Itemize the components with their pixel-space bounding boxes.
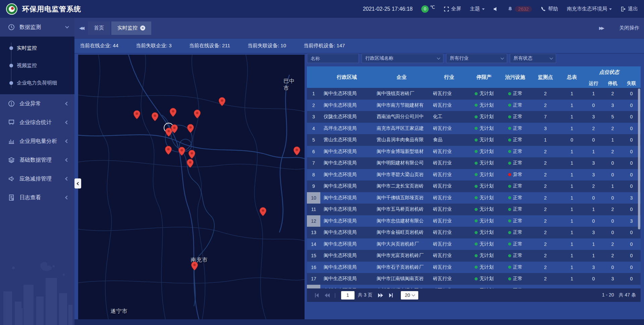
table-row[interactable]: 13阆中生态环境局阆中市金福旺页岩机砖砖瓦行业无计划正常21300 (307, 227, 641, 238)
tabs-scroll-right-icon[interactable]: ▶▶ (599, 25, 603, 31)
map-pin-icon[interactable] (186, 159, 194, 168)
last-page-button[interactable] (388, 292, 394, 298)
help-button[interactable]: 帮助 (541, 6, 558, 12)
tab-实时监控[interactable]: 实时监控✕ (111, 21, 151, 35)
cell-region: 阆中生态环境局 (320, 192, 373, 204)
tab-首页[interactable]: 首页 (88, 21, 110, 35)
cell-index: 2 (307, 100, 320, 111)
status-select[interactable]: 所有状态 (510, 54, 556, 63)
cell-points-value: 2 (544, 230, 547, 235)
green-status-dot-icon (475, 208, 478, 211)
cell-meter-value: 1 (571, 91, 573, 96)
sidebar-item-5[interactable]: 基础数据管理 (0, 151, 74, 169)
map-pin-icon[interactable] (194, 109, 201, 119)
cell-stop: 1 (603, 134, 622, 146)
cell-run: 0 (584, 100, 603, 111)
cell-facility-status-value: 正常 (513, 102, 523, 108)
industry-select[interactable]: 所有行业 (446, 54, 507, 63)
table-row[interactable]: 16阆中生态环境局阆中市石子页岩机砖厂砖瓦行业无计划正常21300 (307, 262, 641, 273)
sidebar-item-2[interactable]: 企业异常 (0, 94, 74, 113)
map-pin-icon[interactable] (151, 112, 159, 121)
map-pin-icon[interactable] (133, 110, 141, 119)
cell-index: 5 (307, 134, 320, 146)
cell-limit-status-value: 无计划 (480, 253, 494, 259)
sidebar-item-label: 企业用电量分析 (19, 138, 57, 145)
stat-item: 当前在线设备: 211 (189, 43, 230, 49)
map-pin-icon[interactable] (188, 150, 196, 159)
table-row[interactable]: 7阆中生态环境局阆中明阳建材有限公司砖瓦行业无计划正常21300 (307, 157, 641, 169)
cell-region-value: 阆中生态环境局 (324, 206, 357, 212)
map-pin-icon[interactable] (259, 207, 267, 216)
region-select[interactable]: 行政区域名称 (362, 54, 443, 63)
table-row[interactable]: 18南部生态环境局南部县雄狮水泥有限公砖瓦行业无计划正常21003 (307, 285, 641, 289)
sidebar-item-1[interactable]: 数据监测 (0, 18, 74, 37)
table-row[interactable]: 15阆中生态环境局阆中市光富页岩机砖厂砖瓦行业无计划正常21120 (307, 250, 641, 262)
sidebar-item-7[interactable]: 日志查看 (0, 188, 74, 207)
bell-icon (507, 6, 513, 12)
tab-close-icon[interactable]: ✕ (140, 25, 145, 31)
tabs-scroll-left-icon[interactable]: ◀◀ (79, 25, 83, 31)
fullscreen-icon (444, 6, 449, 12)
table-row[interactable]: 8阆中生态环境局阆中市枣碧大梁山页岩砖瓦行业无计划异常21300 (307, 169, 641, 181)
next-page-button[interactable] (378, 292, 383, 298)
cell-limit-status: 无计划 (469, 88, 499, 100)
sidebar-subitem-label: 视频监控 (17, 62, 37, 69)
sidebar-item-4[interactable]: 企业用电量分析 (0, 132, 74, 151)
map-pin-icon[interactable] (178, 147, 185, 156)
table-row[interactable]: 9阆中生态环境局阆中市二龙长宝页岩砖砖瓦行业无计划正常21210 (307, 180, 641, 192)
sidebar-subitem[interactable]: 实时监控 (0, 39, 74, 57)
prev-page-button[interactable] (324, 292, 330, 298)
table-row[interactable]: 17阆中生态环境局阆中市江南镇阆南页岩砖瓦行业无计划正常21030 (307, 273, 641, 285)
table-row[interactable]: 2阆中生态环境局阆中市南方节能建材有砖瓦行业无计划正常21030 (307, 100, 641, 111)
table-row[interactable]: 1阆中生态环境局阆中强锐页岩砖厂砖瓦行业无计划正常21120 (307, 88, 641, 100)
map-pin-icon[interactable] (293, 146, 301, 156)
sidebar-item-label: 企业综合统计 (19, 119, 52, 126)
sidebar-subitem[interactable]: 视频监控 (0, 57, 74, 74)
map-pin-icon[interactable] (218, 97, 226, 106)
table-row[interactable]: 12阆中生态环境局阆中市忠信建材有限公砖瓦行业无计划正常21003 (307, 215, 641, 227)
table-row[interactable]: 14阆中生态环境局阆中大兴页岩机砖厂砖瓦行业无计划正常21120 (307, 238, 641, 250)
page-number-input[interactable]: 1 (341, 291, 355, 300)
cell-company: 南充市高坪区王家店建 (373, 123, 430, 134)
close-operations-button[interactable]: 关闭操作 (619, 25, 639, 31)
table-row[interactable]: 3仪陇生态环境局西南油气田分公司川中化工无计划正常71350 (307, 111, 641, 123)
sidebar-subitem[interactable]: 企业电力负荷明细 (0, 74, 74, 92)
cell-facility-status: 正常 (499, 180, 531, 192)
cell-meter: 1 (560, 250, 584, 262)
first-page-button[interactable] (314, 292, 320, 298)
cell-facility-status-value: 异常 (513, 172, 523, 178)
table-row[interactable]: 11阆中生态环境局阆中市五马桥页岩机砖砖瓦行业无计划正常21120 (307, 204, 641, 215)
page-size-select[interactable]: 20 (401, 291, 418, 300)
sidebar-item-3[interactable]: 企业综合统计 (0, 113, 74, 132)
table-row[interactable]: 4高坪生态环境局南充市高坪区王家店建砖瓦行业无计划正常31220 (307, 123, 641, 134)
cell-region: 阆中生态环境局 (320, 180, 373, 192)
map[interactable]: 巴中市南充市遂宁市 (78, 55, 305, 319)
map-pin-icon[interactable] (187, 124, 194, 133)
table-row[interactable]: 10阆中生态环境局阆中千佛镇五郎垭页岩砖瓦行业无计划正常21003 (307, 192, 641, 204)
cell-index-value: 8 (312, 172, 315, 177)
notifications[interactable]: 2632 (507, 6, 532, 12)
cell-meter-value: 1 (571, 103, 573, 108)
name-filter[interactable] (307, 54, 359, 63)
cell-index: 13 (307, 227, 320, 238)
map-pin-icon[interactable] (171, 124, 178, 133)
fullscreen-button[interactable]: 全屏 (444, 6, 461, 12)
chevron-down-icon (412, 293, 415, 296)
theme-dropdown[interactable]: 主题 (470, 6, 485, 12)
mute-button[interactable] (493, 6, 499, 12)
cell-points-value: 7 (544, 114, 547, 119)
sidebar-item-6[interactable]: 应急减排管理 (0, 169, 74, 188)
cell-stop-value: 0 (611, 218, 614, 224)
logout-button[interactable]: 退出 (621, 6, 638, 12)
map-pin-icon[interactable] (165, 146, 172, 155)
name-search-input[interactable] (311, 56, 355, 61)
map-pin-icon[interactable] (191, 261, 198, 271)
sidebar-collapse-handle[interactable] (74, 178, 81, 188)
table-scrollbar[interactable] (638, 89, 640, 229)
org-dropdown[interactable]: 南充市生态环境局 (567, 6, 612, 12)
map-pin-icon[interactable] (169, 108, 177, 117)
cell-limit-status-value: 无计划 (480, 276, 494, 282)
cell-facility-status: 正常 (499, 134, 531, 146)
table-row[interactable]: 6阆中生态环境局阆中市金博瑞新型墙材砖瓦行业无计划正常21120 (307, 146, 641, 158)
table-row[interactable]: 5营山生态环境局营山县润丰肉食品有限食品无计划正常10010 (307, 134, 641, 146)
